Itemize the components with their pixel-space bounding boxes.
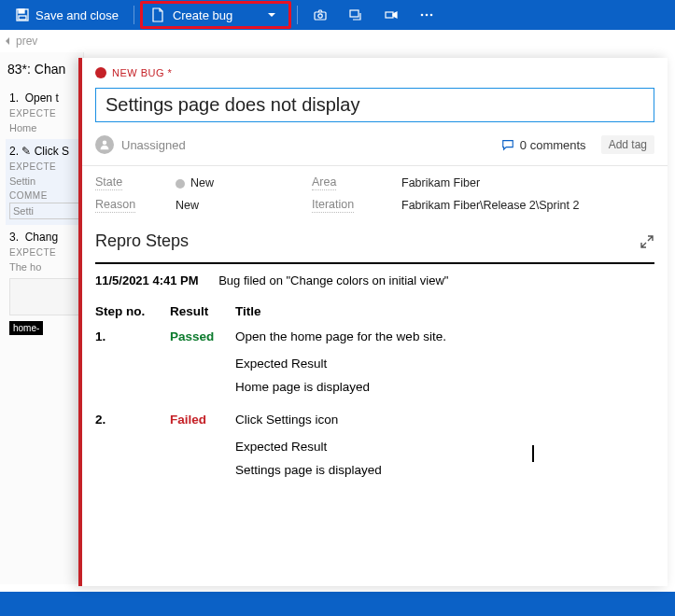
repro-filed-on: Bug filed on "Change colors on initial v…	[218, 273, 448, 287]
repro-table: Step no. Result Title 1. Passed Open the…	[95, 301, 654, 490]
bug-title-input[interactable]	[95, 88, 654, 122]
save-close-button[interactable]: Save and close	[6, 3, 128, 27]
svg-rect-2	[19, 16, 26, 20]
bug-fields: State New Area Fabrikam Fiber Reason New…	[82, 166, 668, 218]
add-tag-button[interactable]: Add tag	[601, 135, 654, 154]
step-thumbnail	[9, 278, 79, 315]
svg-rect-1	[19, 9, 24, 13]
col-result: Result	[170, 301, 235, 324]
avatar[interactable]	[95, 135, 114, 154]
camera-icon	[313, 7, 328, 22]
create-bug-button[interactable]: Create bug	[143, 4, 288, 26]
test-step[interactable]: 2. ✎ Click S EXPECTE Settin COMME Setti	[6, 139, 83, 225]
iteration-label: Iteration	[312, 198, 354, 213]
prev-bar[interactable]: prev	[0, 30, 675, 52]
bug-icon	[95, 67, 106, 78]
create-bug-highlight: Create bug	[140, 1, 291, 29]
svg-point-7	[421, 14, 424, 17]
iteration-value[interactable]: Fabrikam Fiber\Release 2\Sprint 2	[401, 199, 654, 212]
attachment-chip[interactable]: home-	[9, 321, 43, 335]
more-button[interactable]	[410, 3, 443, 27]
test-case-title: 83*: Chan	[6, 62, 83, 86]
text-cursor-icon	[532, 445, 534, 462]
svg-rect-6	[386, 12, 393, 18]
bug-type-label: NEW BUG *	[112, 67, 172, 78]
more-icon	[419, 7, 434, 22]
svg-rect-5	[350, 10, 359, 17]
chevron-down-icon[interactable]	[264, 7, 279, 22]
top-toolbar: Save and close Create bug	[0, 0, 675, 30]
reason-value[interactable]: New	[176, 199, 288, 212]
assignee-label[interactable]: Unassigned	[121, 138, 186, 152]
svg-point-4	[318, 14, 322, 18]
prev-label: prev	[16, 35, 37, 48]
table-row: 1. Passed Open the home page for the web…	[95, 324, 654, 407]
screenshot-button[interactable]	[303, 3, 337, 27]
save-icon	[15, 7, 30, 22]
bottom-bar	[0, 592, 675, 616]
svg-point-9	[430, 14, 433, 17]
table-row: 2. Failed Click Settings icon Expected R…	[95, 407, 654, 490]
video-icon	[384, 7, 399, 22]
result-failed: Failed	[170, 413, 206, 427]
col-title: Title	[235, 301, 654, 324]
test-step[interactable]: 3. Chang EXPECTE The ho home-	[6, 225, 83, 341]
video-button[interactable]	[374, 3, 408, 27]
repro-steps-heading: Repro Steps	[95, 231, 189, 251]
new-bug-panel: NEW BUG * Unassigned 0 comments Add tag …	[78, 58, 668, 586]
toolbar-divider	[134, 6, 134, 24]
save-close-label: Save and close	[35, 8, 119, 22]
repro-timestamp: 11/5/2021 4:41 PM	[95, 273, 199, 287]
document-add-icon	[150, 7, 165, 22]
area-label: Area	[312, 175, 336, 190]
state-dot-icon	[176, 179, 185, 189]
repro-steps-content[interactable]: 11/5/2021 4:41 PM Bug filed on "Change c…	[95, 262, 654, 577]
state-label: State	[95, 175, 122, 190]
svg-point-10	[103, 141, 107, 146]
reason-label: Reason	[95, 198, 135, 213]
record-steps-icon	[348, 7, 363, 22]
test-step[interactable]: 1. Open t EXPECTE Home	[6, 86, 83, 139]
expand-icon[interactable]	[640, 234, 654, 249]
state-value[interactable]: New	[176, 176, 288, 189]
record-actions-button[interactable]	[339, 3, 373, 27]
repro-meta: 11/5/2021 4:41 PM Bug filed on "Change c…	[95, 273, 654, 287]
bug-type-badge: NEW BUG *	[82, 58, 668, 84]
col-step: Step no.	[95, 301, 170, 324]
area-value[interactable]: Fabrikam Fiber	[401, 176, 654, 189]
svg-point-8	[426, 14, 429, 17]
chevron-left-icon	[4, 36, 13, 46]
test-steps-panel: 83*: Chan 1. Open t EXPECTE Home 2. ✎ Cl…	[0, 52, 84, 584]
toolbar-divider	[297, 6, 298, 24]
comments-button[interactable]: 0 comments	[501, 138, 586, 152]
create-bug-label: Create bug	[173, 8, 232, 22]
result-passed: Passed	[170, 329, 214, 343]
comments-count-label: 0 comments	[520, 138, 586, 152]
